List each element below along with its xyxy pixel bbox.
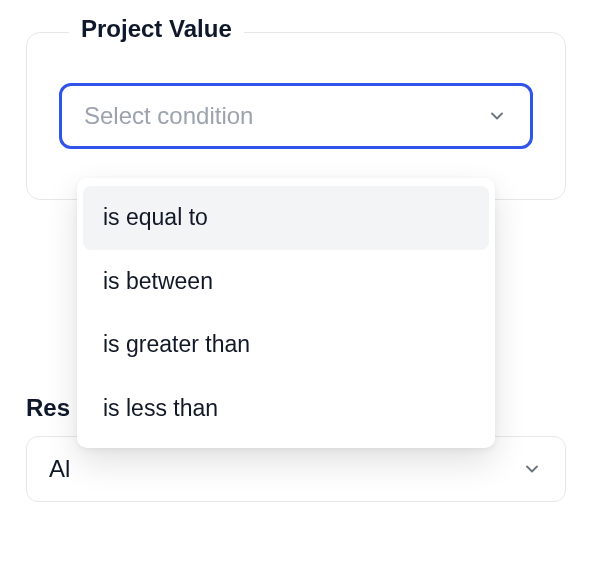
lower-select-value: Al (49, 455, 70, 483)
condition-option[interactable]: is greater than (83, 313, 489, 377)
project-value-legend: Project Value (69, 15, 244, 43)
condition-select-placeholder: Select condition (84, 102, 253, 130)
lower-section-label: Res (26, 394, 70, 422)
chevron-down-icon (521, 458, 543, 480)
condition-option[interactable]: is less than (83, 377, 489, 441)
condition-option[interactable]: is between (83, 250, 489, 314)
condition-dropdown: is equal to is between is greater than i… (77, 178, 495, 448)
project-value-fieldset: Project Value Select condition (26, 32, 566, 200)
chevron-down-icon (486, 105, 508, 127)
condition-option[interactable]: is equal to (83, 186, 489, 250)
condition-select-trigger[interactable]: Select condition (59, 83, 533, 149)
